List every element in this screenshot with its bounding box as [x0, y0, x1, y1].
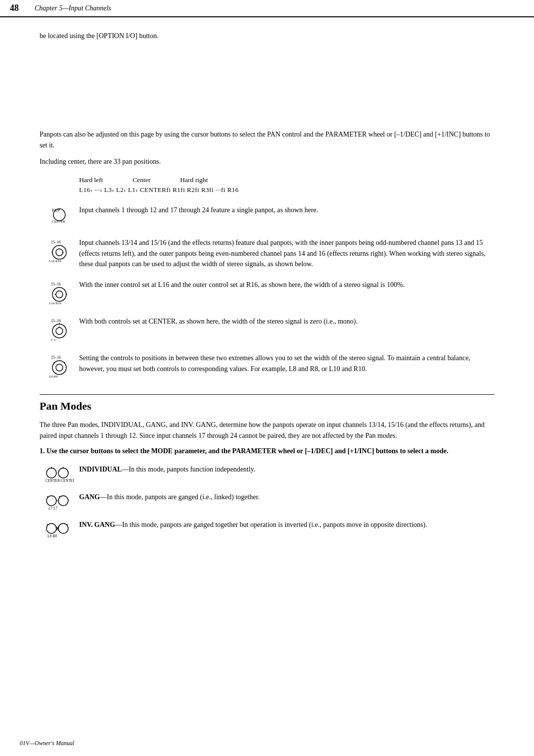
svg-text:L16 R16: L16 R16	[49, 301, 61, 305]
mode-text-gang: GANG—In this mode, panpots are ganged (i…	[79, 492, 494, 503]
gang-desc: —In this mode, panpots are ganged (i.e.,…	[100, 493, 260, 501]
inv-gang-icon: L8 R8	[44, 520, 74, 539]
svg-point-11	[52, 287, 66, 301]
pan-positions: Hard left Center Hard right L16‹ ···‹ L3…	[79, 176, 494, 194]
svg-line-24	[64, 362, 65, 363]
svg-text:L16 R16: L16 R16	[49, 259, 61, 263]
svg-text:L8 R8: L8 R8	[49, 375, 58, 378]
icon-section-both-center: 15–16 C C With both controls set at CENT…	[40, 316, 494, 343]
svg-text:15–16: 15–16	[51, 355, 61, 360]
step-number: 1.	[40, 447, 45, 455]
mode-gang: L7 L7 GANG—In this mode, panpots are gan…	[40, 492, 494, 512]
pan-intro-p1: Panpots can also be adjusted on this pag…	[40, 129, 494, 150]
mode-inv-gang: L8 R8 INV. GANG—In this mode, panpots ar…	[40, 520, 494, 539]
icon-text-dual-panpot: Input channels 13/14 and 15/16 (and the …	[79, 237, 494, 270]
svg-line-40	[47, 524, 48, 525]
svg-line-34	[47, 496, 48, 497]
individual-icon: CENTER CENTER	[44, 465, 74, 484]
icon-section-single-panpot: PAN CENTER Input channels 1 through 12 a…	[40, 205, 494, 228]
individual-desc: —In this mode, panpots function independ…	[122, 466, 255, 473]
dual-panpot-icon: 15–16 L16 R16	[47, 238, 72, 263]
svg-text:CENTER CENTER: CENTER CENTER	[45, 478, 74, 483]
icon-text-single-panpot: Input channels 1 through 12 and 17 throu…	[79, 205, 494, 216]
mode-icon-individual: CENTER CENTER	[40, 464, 79, 484]
svg-text:L7   L7: L7 L7	[48, 506, 58, 511]
mode-text-individual: INDIVIDUAL—In this mode, panpots functio…	[79, 464, 494, 475]
pan-modes-heading: Pan Modes	[40, 394, 494, 413]
individual-label: INDIVIDUAL	[79, 466, 122, 473]
icon-section-l16-r16: 15–16 L16 R16 With the inner control set…	[40, 280, 494, 306]
hard-right-label: Hard right	[180, 176, 208, 184]
both-center-icon: 15–16 C C	[47, 317, 72, 342]
icon-section-dual-panpot: 15–16 L16 R16 Input channels 13/14 and 1…	[40, 237, 494, 270]
pan-positions-sequence: L16‹ ···‹ L3‹ L2‹ L1‹ CENTERfi R1fi R2fi…	[79, 186, 494, 194]
page: 48 Chapter 5—Input Channels be located u…	[0, 0, 534, 756]
icon-col-both-center: 15–16 C C	[40, 316, 79, 343]
svg-text:15–16: 15–16	[51, 319, 61, 323]
icon-col-dual: 15–16 L16 R16	[40, 237, 79, 264]
mode-individual: CENTER CENTER INDIVIDUAL—In this mode, p…	[40, 464, 494, 484]
icon-col-l16r16: 15–16 L16 R16	[40, 280, 79, 306]
svg-text:15–16: 15–16	[51, 282, 61, 286]
step-1-text: Use the cursor buttons to select the MOD…	[46, 447, 448, 455]
center-label: Center	[133, 176, 150, 184]
l8r8-icon: 15–16 L8 R8	[47, 354, 72, 378]
svg-text:C  C: C C	[51, 338, 56, 342]
svg-text:PAN: PAN	[52, 208, 59, 213]
svg-text:15–16: 15–16	[51, 240, 61, 244]
footer-label: 01V—Owner's Manual	[20, 740, 74, 747]
content-area: be located using the [OPTION I/O] button…	[0, 17, 534, 562]
icon-text-l8r8: Setting the controls to positions in bet…	[79, 353, 494, 374]
inv-gang-label: INV. GANG	[79, 521, 115, 528]
icon-section-l8r8: 15–16 L8 R8 Setting the controls to posi…	[40, 353, 494, 379]
footer: 01V—Owner's Manual	[20, 740, 74, 747]
icon-text-both-center: With both controls set at CENTER, as sho…	[79, 316, 494, 327]
svg-point-13	[56, 291, 63, 298]
svg-line-44	[67, 524, 68, 525]
chapter-title: Chapter 5—Input Channels	[35, 4, 111, 12]
step-1-label: 1. Use the cursor buttons to select the …	[40, 447, 494, 455]
icon-text-l16r16: With the inner control set at L16 and th…	[79, 280, 494, 290]
mode-icon-gang: L7 L7	[40, 492, 79, 512]
hard-left-label: Hard left	[79, 176, 103, 184]
svg-point-19	[56, 328, 63, 334]
svg-line-36	[59, 496, 60, 497]
inv-gang-desc: —In this mode, panpots are ganged togeth…	[115, 521, 427, 528]
step-1: 1. Use the cursor buttons to select the …	[40, 447, 494, 455]
intro-text: be located using the [OPTION I/O] button…	[40, 32, 494, 40]
svg-point-30	[58, 468, 68, 478]
page-number: 48	[10, 3, 35, 13]
icon-col-single: PAN CENTER	[40, 205, 79, 228]
svg-text:CENTER: CENTER	[52, 220, 66, 224]
gang-icon: L7 L7	[44, 493, 74, 512]
svg-point-6	[56, 249, 63, 256]
gang-label: GANG	[79, 493, 100, 501]
l16r16-icon: 15–16 L16 R16	[47, 281, 72, 305]
svg-point-28	[46, 468, 56, 478]
svg-point-17	[52, 324, 66, 338]
single-panpot-icon: PAN CENTER	[49, 206, 69, 227]
svg-point-5	[52, 245, 66, 259]
mode-icon-inv-gang: L8 R8	[40, 520, 79, 539]
pan-positions-labels: Hard left Center Hard right	[79, 176, 494, 184]
svg-point-25	[56, 364, 63, 371]
pan-modes-intro: The three Pan modes, INDIVIDUAL, GANG, a…	[40, 420, 494, 441]
svg-line-26	[54, 362, 54, 363]
svg-point-23	[52, 361, 66, 375]
header: 48 Chapter 5—Input Channels	[0, 0, 534, 17]
pan-intro-p2: Including center, there are 33 pan posit…	[40, 156, 494, 167]
svg-text:L8   R8: L8 R8	[47, 534, 57, 538]
mode-text-inv-gang: INV. GANG—In this mode, panpots are gang…	[79, 520, 494, 530]
icon-col-l8r8: 15–16 L8 R8	[40, 353, 79, 379]
